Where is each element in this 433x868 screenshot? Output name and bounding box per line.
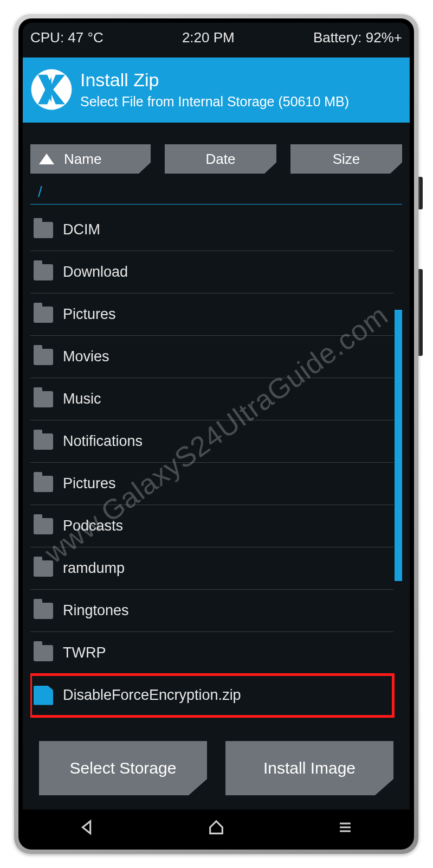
sort-by-size-button[interactable]: Size [290,144,402,174]
twrp-logo-icon [30,68,73,111]
folder-row[interactable]: Download [30,251,393,293]
folder-row[interactable]: Ringtones [30,590,393,632]
file-list[interactable]: DCIMDownloadPicturesMoviesMusicNotificat… [30,209,393,725]
install-image-label: Install Image [263,759,356,777]
phone-frame: CPU: 47 °C 2:20 PM Battery: 92%+ Install… [14,14,418,854]
file-name-label: Pictures [63,475,116,492]
phone-side-button [418,269,423,356]
page-subtitle: Select File from Internal Storage (50610… [80,94,349,110]
status-bar: CPU: 47 °C 2:20 PM Battery: 92%+ [23,23,410,52]
folder-row[interactable]: Music [30,378,393,420]
scrollbar[interactable] [395,310,402,720]
screen: CPU: 47 °C 2:20 PM Battery: 92%+ Install… [23,23,410,845]
battery-level: Battery: 92%+ [313,29,402,46]
file-name-label: DisableForceEncryption.zip [63,687,241,704]
folder-icon [34,391,53,407]
page-header: Install Zip Select File from Internal St… [23,58,410,123]
cpu-temp: CPU: 47 °C [30,29,104,46]
recents-button[interactable] [334,816,356,838]
sort-by-date-label: Date [206,151,236,168]
back-button[interactable] [76,816,98,838]
folder-row[interactable]: Notifications [30,420,393,463]
folder-row[interactable]: Pictures [30,463,393,505]
sort-row: Name Date Size [23,144,410,174]
phone-side-button [418,177,423,209]
file-name-label: Pictures [63,306,116,323]
sort-by-name-button[interactable]: Name [30,144,151,174]
phone-frame-inner: CPU: 47 °C 2:20 PM Battery: 92%+ Install… [18,18,414,850]
file-row[interactable]: DisableForceEncryption.zip [30,674,393,717]
sort-ascending-icon [39,154,54,164]
folder-icon [34,518,53,534]
file-name-label: Download [63,264,128,280]
folder-icon [34,645,53,661]
install-image-button[interactable]: Install Image [225,741,393,795]
clock: 2:20 PM [182,29,235,46]
sort-by-name-label: Name [64,151,101,168]
folder-icon [34,307,53,323]
folder-icon [34,476,53,492]
android-nav-bar [23,809,410,845]
select-storage-label: Select Storage [70,759,177,777]
folder-icon [34,264,53,280]
folder-icon [34,560,53,577]
file-name-label: ramdump [63,560,125,577]
folder-icon [34,603,53,619]
folder-icon [34,349,53,365]
scrollbar-thumb[interactable] [395,310,402,581]
file-name-label: DCIM [63,221,100,238]
home-button[interactable] [205,816,227,838]
file-list-container: DCIMDownloadPicturesMoviesMusicNotificat… [30,209,402,725]
folder-row[interactable]: Pictures [30,293,393,336]
sort-by-size-label: Size [333,151,360,168]
folder-icon [34,222,53,238]
file-name-label: Podcasts [63,518,123,534]
action-row: Select Storage Install Image [23,725,410,809]
select-storage-button[interactable]: Select Storage [39,741,207,795]
file-name-label: Music [63,391,101,407]
folder-row[interactable]: Podcasts [30,505,393,547]
file-name-label: TWRP [63,644,106,661]
file-name-label: Movies [63,348,109,365]
folder-row[interactable]: Movies [30,336,393,378]
breadcrumb-path[interactable]: / [30,178,402,205]
sort-by-date-button[interactable]: Date [165,144,276,174]
file-icon [34,686,53,705]
folder-row[interactable]: ramdump [30,547,393,590]
folder-row[interactable]: TWRP [30,632,393,674]
page-title: Install Zip [80,69,349,91]
file-name-label: Notifications [63,433,143,450]
file-name-label: Ringtones [63,602,129,619]
folder-icon [34,433,53,450]
folder-row[interactable]: DCIM [30,209,393,251]
